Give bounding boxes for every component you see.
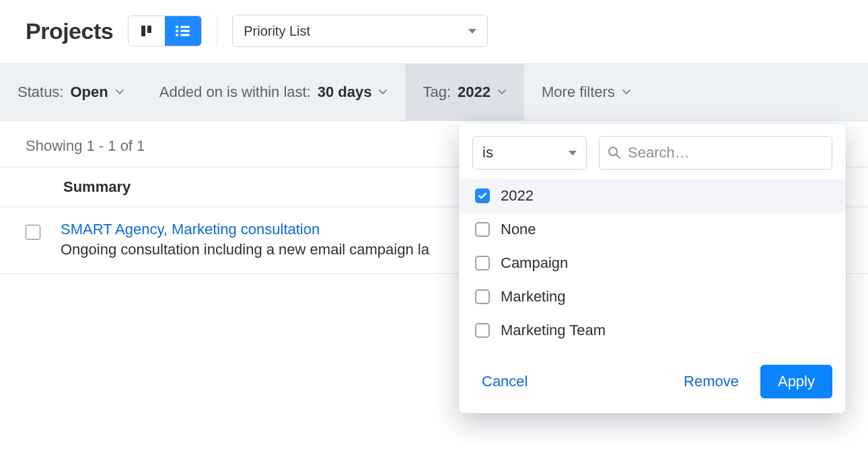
filter-status-label: Status: xyxy=(17,83,63,101)
tag-option-label: Marketing Team xyxy=(501,322,606,339)
divider xyxy=(217,16,217,46)
svg-point-6 xyxy=(176,34,178,36)
list-selector-label: Priority List xyxy=(244,24,310,39)
remove-button[interactable]: Remove xyxy=(684,373,739,390)
checkbox-icon xyxy=(475,256,490,271)
tag-search-input[interactable] xyxy=(628,144,824,162)
chevron-down-icon xyxy=(497,87,507,97)
row-title-link[interactable]: SMART Agency, Marketing consultation xyxy=(61,221,429,238)
chevron-down-icon xyxy=(115,87,124,97)
tag-option[interactable]: Marketing Team xyxy=(459,314,846,347)
svg-rect-7 xyxy=(180,34,190,36)
row-checkbox[interactable] xyxy=(26,225,40,240)
svg-rect-3 xyxy=(180,26,190,28)
filter-added-on[interactable]: Added on is within last: 30 days xyxy=(142,64,406,120)
svg-point-2 xyxy=(176,26,178,28)
operator-select[interactable]: is xyxy=(472,136,587,170)
tag-option-label: Campaign xyxy=(501,254,568,272)
view-toggle xyxy=(128,15,202,46)
tag-search-wrap xyxy=(599,136,832,170)
chevron-down-icon xyxy=(378,87,388,97)
svg-rect-1 xyxy=(147,26,151,33)
tag-filter-panel: is 2022 None Campaign Marketing Marketin… xyxy=(459,124,846,413)
filter-added-label: Added on is within last: xyxy=(159,83,311,101)
svg-line-9 xyxy=(616,155,620,158)
caret-down-icon xyxy=(569,151,577,155)
cancel-button[interactable]: Cancel xyxy=(482,373,528,390)
list-view-button[interactable] xyxy=(165,16,201,46)
apply-button[interactable]: Apply xyxy=(760,365,832,398)
list-icon xyxy=(175,24,191,38)
filter-bar: Status: Open Added on is within last: 30… xyxy=(0,63,868,121)
filter-status-value: Open xyxy=(70,83,108,101)
svg-rect-0 xyxy=(141,26,145,36)
search-icon xyxy=(608,146,621,159)
tag-option-label: 2022 xyxy=(501,187,534,205)
checkbox-icon xyxy=(475,188,490,203)
tag-option[interactable]: None xyxy=(459,213,846,246)
chevron-down-icon xyxy=(622,87,631,97)
filter-more-label: More filters xyxy=(542,83,615,101)
filter-tag-value: 2022 xyxy=(458,83,491,101)
row-content: SMART Agency, Marketing consultation Ong… xyxy=(61,221,429,258)
checkbox-icon xyxy=(475,222,490,237)
board-icon xyxy=(140,24,153,38)
filter-status[interactable]: Status: Open xyxy=(0,64,142,120)
filter-added-value: 30 days xyxy=(318,83,372,101)
panel-controls: is xyxy=(459,136,846,179)
filter-more[interactable]: More filters xyxy=(524,64,649,120)
page-title: Projects xyxy=(26,18,113,44)
row-description: Ongoing consultation including a new ema… xyxy=(61,241,429,258)
tag-option[interactable]: Campaign xyxy=(459,246,846,280)
filter-tag[interactable]: Tag: 2022 xyxy=(405,64,524,120)
svg-rect-5 xyxy=(180,30,190,32)
tag-option-label: None xyxy=(501,221,536,238)
tag-option[interactable]: Marketing xyxy=(459,280,846,314)
header-row: Projects Priority List xyxy=(0,0,868,63)
tag-option-label: Marketing xyxy=(501,288,566,306)
filter-tag-label: Tag: xyxy=(423,83,451,101)
caret-down-icon xyxy=(468,29,476,34)
tag-option[interactable]: 2022 xyxy=(459,179,846,213)
svg-point-4 xyxy=(176,30,178,32)
panel-footer: Cancel Remove Apply xyxy=(459,351,846,401)
svg-point-8 xyxy=(609,147,617,155)
checkbox-icon xyxy=(475,289,490,304)
checkbox-icon xyxy=(475,323,490,338)
list-selector[interactable]: Priority List xyxy=(232,15,488,47)
operator-label: is xyxy=(482,144,493,162)
board-view-button[interactable] xyxy=(129,16,165,46)
